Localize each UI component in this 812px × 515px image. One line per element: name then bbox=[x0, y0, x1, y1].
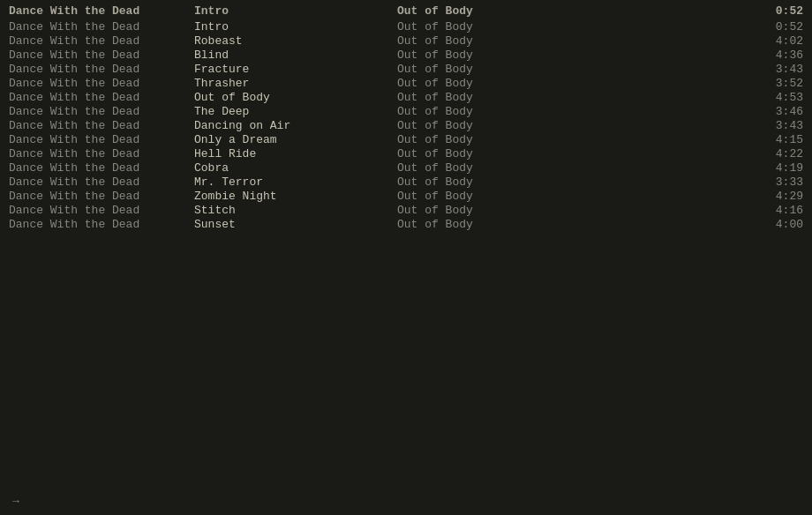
table-row[interactable]: Dance With the DeadStitchOut of Body4:16 bbox=[0, 203, 812, 217]
track-duration: 0:52 bbox=[750, 20, 803, 34]
table-row[interactable]: Dance With the DeadThrasherOut of Body3:… bbox=[0, 76, 812, 90]
track-artist: Dance With the Dead bbox=[9, 218, 194, 231]
track-album: Out of Body bbox=[397, 133, 750, 146]
table-row[interactable]: Dance With the DeadBlindOut of Body4:36 bbox=[0, 48, 812, 62]
header-album: Out of Body bbox=[397, 4, 750, 18]
track-artist: Dance With the Dead bbox=[9, 147, 194, 160]
track-duration: 4:15 bbox=[750, 133, 803, 146]
track-artist: Dance With the Dead bbox=[9, 49, 194, 62]
bottom-arrow-icon: → bbox=[12, 495, 19, 508]
track-title: Zombie Night bbox=[194, 190, 397, 203]
track-title: Fracture bbox=[194, 63, 397, 76]
track-album: Out of Body bbox=[397, 34, 750, 48]
track-title: Robeast bbox=[194, 34, 397, 48]
table-row[interactable]: Dance With the DeadDancing on AirOut of … bbox=[0, 118, 812, 132]
track-artist: Dance With the Dead bbox=[9, 20, 194, 34]
track-title: Dancing on Air bbox=[194, 119, 397, 132]
track-album: Out of Body bbox=[397, 105, 750, 118]
track-album: Out of Body bbox=[397, 63, 750, 76]
track-artist: Dance With the Dead bbox=[9, 119, 194, 132]
track-title: Hell Ride bbox=[194, 147, 397, 160]
track-duration: 4:16 bbox=[750, 204, 803, 217]
table-row[interactable]: Dance With the DeadSunsetOut of Body4:00 bbox=[0, 217, 812, 231]
track-title: Stitch bbox=[194, 204, 397, 217]
track-album: Out of Body bbox=[397, 190, 750, 203]
track-album: Out of Body bbox=[397, 147, 750, 160]
track-duration: 4:02 bbox=[750, 34, 803, 48]
track-album: Out of Body bbox=[397, 49, 750, 62]
track-artist: Dance With the Dead bbox=[9, 133, 194, 146]
table-row[interactable]: Dance With the DeadZombie NightOut of Bo… bbox=[0, 189, 812, 203]
track-album: Out of Body bbox=[397, 77, 750, 90]
track-list: Dance With the Dead Intro Out of Body 0:… bbox=[0, 0, 812, 235]
track-album: Out of Body bbox=[397, 204, 750, 217]
track-duration: 3:43 bbox=[750, 119, 803, 132]
track-title: The Deep bbox=[194, 105, 397, 118]
track-title: Sunset bbox=[194, 218, 397, 231]
table-row[interactable]: Dance With the DeadHell RideOut of Body4… bbox=[0, 146, 812, 160]
track-title: Cobra bbox=[194, 161, 397, 175]
track-artist: Dance With the Dead bbox=[9, 77, 194, 90]
track-artist: Dance With the Dead bbox=[9, 161, 194, 175]
header-duration: 0:52 bbox=[750, 4, 803, 18]
track-album: Out of Body bbox=[397, 161, 750, 175]
track-artist: Dance With the Dead bbox=[9, 204, 194, 217]
track-list-header: Dance With the Dead Intro Out of Body 0:… bbox=[0, 4, 812, 18]
header-artist: Dance With the Dead bbox=[9, 4, 194, 18]
track-artist: Dance With the Dead bbox=[9, 190, 194, 203]
table-row[interactable]: Dance With the DeadThe DeepOut of Body3:… bbox=[0, 104, 812, 118]
track-duration: 4:29 bbox=[750, 190, 803, 203]
track-duration: 4:53 bbox=[750, 91, 803, 104]
track-artist: Dance With the Dead bbox=[9, 105, 194, 118]
track-duration: 4:22 bbox=[750, 147, 803, 160]
table-row[interactable]: Dance With the DeadOnly a DreamOut of Bo… bbox=[0, 132, 812, 146]
track-title: Out of Body bbox=[194, 91, 397, 104]
track-album: Out of Body bbox=[397, 218, 750, 231]
track-album: Out of Body bbox=[397, 91, 750, 104]
track-duration: 3:52 bbox=[750, 77, 803, 90]
track-title: Blind bbox=[194, 49, 397, 62]
track-duration: 4:36 bbox=[750, 49, 803, 62]
track-title: Intro bbox=[194, 20, 397, 34]
track-artist: Dance With the Dead bbox=[9, 175, 194, 189]
table-row[interactable]: Dance With the DeadIntroOut of Body0:52 bbox=[0, 19, 812, 34]
track-duration: 3:46 bbox=[750, 105, 803, 118]
track-artist: Dance With the Dead bbox=[9, 63, 194, 76]
track-artist: Dance With the Dead bbox=[9, 34, 194, 48]
track-duration: 4:19 bbox=[750, 161, 803, 175]
table-row[interactable]: Dance With the DeadFractureOut of Body3:… bbox=[0, 62, 812, 76]
header-title: Intro bbox=[194, 4, 397, 18]
track-album: Out of Body bbox=[397, 20, 750, 34]
table-row[interactable]: Dance With the DeadOut of BodyOut of Bod… bbox=[0, 90, 812, 104]
table-row[interactable]: Dance With the DeadCobraOut of Body4:19 bbox=[0, 160, 812, 175]
track-duration: 4:00 bbox=[750, 218, 803, 231]
track-title: Mr. Terror bbox=[194, 175, 397, 189]
track-title: Thrasher bbox=[194, 77, 397, 90]
track-duration: 3:33 bbox=[750, 175, 803, 189]
track-title: Only a Dream bbox=[194, 133, 397, 146]
table-row[interactable]: Dance With the DeadMr. TerrorOut of Body… bbox=[0, 175, 812, 189]
track-duration: 3:43 bbox=[750, 63, 803, 76]
track-artist: Dance With the Dead bbox=[9, 91, 194, 104]
table-row[interactable]: Dance With the DeadRobeastOut of Body4:0… bbox=[0, 34, 812, 48]
track-album: Out of Body bbox=[397, 119, 750, 132]
track-album: Out of Body bbox=[397, 175, 750, 189]
